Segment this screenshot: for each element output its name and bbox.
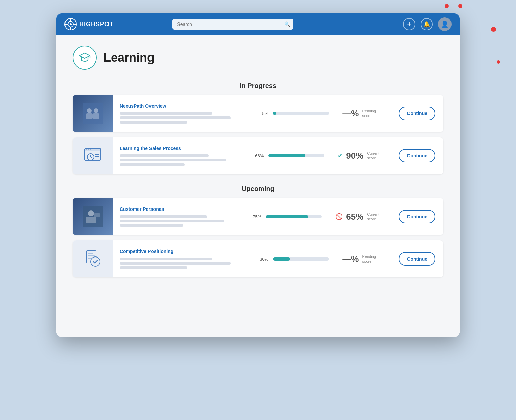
svg-rect-27 <box>88 253 93 254</box>
svg-rect-28 <box>88 255 95 256</box>
score-label: Current score <box>367 151 385 161</box>
learning-icon <box>78 51 91 64</box>
course-action-competitive-positioning: Continue <box>391 252 443 266</box>
course-title-competitive-positioning: Competitive Positioning <box>120 249 243 254</box>
text-placeholder <box>120 220 224 222</box>
text-placeholder <box>120 121 187 124</box>
svg-rect-29 <box>88 258 92 259</box>
text-placeholder <box>120 159 226 161</box>
course-card-customer-personas: Customer Personas 75% 🚫 65% Current scor… <box>73 198 443 235</box>
text-placeholder <box>120 163 185 166</box>
progress-bar-fill <box>268 154 305 157</box>
svg-rect-11 <box>86 113 93 119</box>
search-bar[interactable]: 🔍 <box>172 19 293 30</box>
course-action-sales-process: Continue <box>391 149 443 162</box>
progress-percent: 75% <box>251 214 261 219</box>
svg-point-23 <box>88 210 94 216</box>
course-score: ✔ 90% Current score <box>332 151 391 161</box>
brand-icon <box>64 18 77 30</box>
course-action-customer-personas: Continue <box>391 210 443 223</box>
course-info-customer-personas: Customer Personas <box>113 201 243 232</box>
page-header: Learning <box>73 46 443 70</box>
course-lines <box>120 154 238 166</box>
score-value: 90% <box>346 151 363 161</box>
text-placeholder <box>120 266 187 269</box>
course-title-customer-personas: Customer Personas <box>120 206 236 212</box>
svg-point-21 <box>90 149 91 150</box>
score-value: 65% <box>346 212 363 222</box>
course-thumbnail-nexuspath <box>73 95 113 132</box>
svg-rect-24 <box>86 217 96 223</box>
continue-button-nexuspath[interactable]: Continue <box>399 107 435 120</box>
course-info-competitive-positioning: Competitive Positioning <box>113 243 250 274</box>
score-label: Pending score <box>362 109 381 119</box>
course-progress-competitive-positioning: 30% <box>250 256 337 262</box>
progress-bar-fill <box>273 257 290 261</box>
course-progress-customer-personas: 75% <box>243 214 330 219</box>
text-placeholder <box>120 258 212 260</box>
progress-percent: 5% <box>258 111 268 116</box>
course-card-nexuspath: NexusPath Overview 5% —% Pending score <box>73 95 443 132</box>
score-value: —% <box>342 254 359 264</box>
course-action-nexuspath: Continue <box>391 107 443 120</box>
thumbnail-icon <box>73 240 113 277</box>
text-placeholder <box>120 154 209 157</box>
continue-button-sales-process[interactable]: Continue <box>399 149 435 162</box>
decorative-dot-1 <box>445 4 449 8</box>
course-card-sales-process: Learning the Sales Process 66% ✔ 90% Cur… <box>73 137 443 174</box>
course-title-nexuspath: NexusPath Overview <box>120 103 243 109</box>
svg-point-30 <box>91 257 100 266</box>
continue-button-competitive-positioning[interactable]: Continue <box>399 252 435 266</box>
bell-icon: 🔔 <box>423 21 430 28</box>
brand-logo: HIGHSPOT <box>64 18 114 30</box>
progress-bar <box>273 112 329 115</box>
page-icon-circle <box>73 46 97 70</box>
course-progress-nexuspath: 5% <box>250 111 337 116</box>
avatar-icon: 👤 <box>441 20 448 28</box>
course-score: —% Pending score <box>337 108 391 119</box>
score-check-icon: ✔ <box>338 152 343 159</box>
svg-point-2 <box>70 23 72 25</box>
svg-point-19 <box>86 149 87 150</box>
score-label: Pending score <box>362 254 381 264</box>
text-placeholder <box>120 112 212 115</box>
course-lines <box>120 258 243 269</box>
course-lines <box>120 112 243 124</box>
course-thumbnail-customer-personas <box>73 198 113 235</box>
progress-percent: 30% <box>258 256 268 262</box>
text-placeholder <box>120 116 231 119</box>
thumbnail-icon <box>73 137 113 174</box>
add-button[interactable]: + <box>403 18 415 30</box>
section-heading-in-progress: In Progress <box>73 82 443 90</box>
text-placeholder <box>120 224 183 227</box>
progress-bar <box>273 257 329 261</box>
notifications-button[interactable]: 🔔 <box>421 18 433 30</box>
svg-point-10 <box>87 108 92 113</box>
decorative-dot-3 <box>491 27 496 32</box>
browser-window: HIGHSPOT 🔍 + 🔔 👤 <box>56 13 460 337</box>
brand-name: HIGHSPOT <box>79 21 114 28</box>
page-title: Learning <box>103 51 155 65</box>
course-card-competitive-positioning: Competitive Positioning 30% —% Pending s… <box>73 240 443 277</box>
text-placeholder <box>120 262 231 265</box>
svg-rect-13 <box>93 113 99 119</box>
course-info-nexuspath: NexusPath Overview <box>113 98 250 129</box>
course-lines <box>120 215 236 227</box>
search-input[interactable] <box>172 19 293 30</box>
progress-bar <box>266 215 322 218</box>
svg-point-20 <box>88 149 89 150</box>
course-score: 🚫 65% Current score <box>330 212 391 222</box>
navbar-actions: + 🔔 👤 <box>403 17 452 31</box>
course-score: —% Pending score <box>337 254 391 264</box>
decorative-dot-2 <box>458 4 462 8</box>
progress-percent: 66% <box>253 153 264 158</box>
svg-rect-9 <box>83 103 103 124</box>
svg-marker-7 <box>79 53 90 58</box>
decorative-dot-4 <box>497 60 500 64</box>
score-block-icon: 🚫 <box>335 213 343 220</box>
user-avatar[interactable]: 👤 <box>438 17 452 31</box>
score-value: —% <box>342 108 359 119</box>
progress-bar <box>268 154 324 157</box>
svg-rect-25 <box>94 213 100 217</box>
continue-button-customer-personas[interactable]: Continue <box>399 210 435 223</box>
